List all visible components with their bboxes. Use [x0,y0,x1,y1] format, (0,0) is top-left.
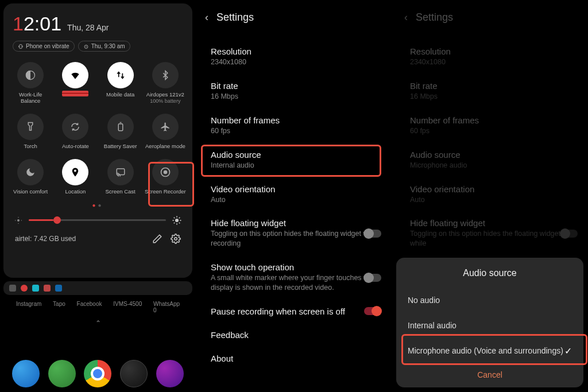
home-app-labels: InstagramTapoFacebookIVMS-4500WhatsApp0 [0,295,196,316]
qs-grid: Work-Life BalanceMobile dataAirdopes 121… [8,60,188,197]
qs-label: Screen Cast [105,189,135,195]
home-app-label[interactable]: Tapo [53,301,65,313]
clock: 12:01 [13,13,61,35]
setting-feedback[interactable]: Feedback [200,323,392,347]
setting-sub: Toggling on this option hides the floati… [211,229,381,249]
setting-hide-floating-widget: Hide floating widgetToggling on this opt… [400,211,588,255]
dialog-option-2[interactable]: Microphone audio (Voice and surroundings… [396,338,583,363]
dock [0,360,196,387]
setting-sub: Microphone audio [410,161,578,170]
dialog-option-0[interactable]: No audio [396,288,583,313]
cast-icon [107,159,134,185]
record-icon [152,159,179,185]
dock-camera[interactable] [156,360,184,387]
quick-settings-panel: 12:01 Thu, 28 Apr Phone on vibrate Thu, … [0,0,196,392]
qs-label: Location [65,189,86,195]
app-drawer-handle[interactable]: ⌃ [0,316,196,331]
redacted-label [62,91,88,96]
toggle[interactable] [364,230,381,238]
dock-clock[interactable] [120,360,148,387]
setting-title: Resolution [211,46,381,56]
setting-sub: 16 Mbps [410,92,578,102]
setting-title: Number of frames [211,115,381,125]
qs-label: Mobile data [106,92,134,98]
home-app-label[interactable]: WhatsApp0 [153,301,180,313]
toggle[interactable] [364,307,381,315]
home-app-label[interactable]: IVMS-4500 [113,301,142,313]
dock-messages[interactable] [48,360,76,387]
setting-hide-floating-widget[interactable]: Hide floating widgetToggling on this opt… [200,211,392,255]
setting-audio-source[interactable]: Audio sourceInternal audio [200,143,392,177]
svg-point-26 [175,237,177,240]
home-app-label[interactable]: Instagram [16,301,41,313]
dialog-title: Audio source [396,268,583,288]
qs-tile-half-moon[interactable]: Work-Life Balance [8,60,53,107]
gear-icon[interactable] [171,234,181,244]
qs-tile-plane[interactable]: Aeroplane mode [143,111,188,152]
back-icon[interactable]: ‹ [205,11,208,24]
dock-phone[interactable] [12,360,40,387]
home-app-label[interactable]: Facebook [77,301,102,313]
setting-bit-rate[interactable]: Bit rate16 Mbps [200,74,392,108]
qs-tile-data-arrows[interactable]: Mobile data [98,60,143,107]
setting-sub: A small white marker where your finger t… [211,273,381,293]
qs-tile-bluetooth[interactable]: Airdopes 121v2100% battery [143,60,188,107]
qs-label: Vision comfort [13,189,48,195]
qs-tile-record[interactable]: Screen Recorder [143,157,188,197]
toggle[interactable] [364,274,381,282]
brightness-slider[interactable] [29,219,166,221]
qs-tile-flashlight[interactable]: Torch [8,111,53,152]
notification-strip[interactable] [3,281,192,295]
svg-line-24 [174,222,175,223]
qs-tile-cast[interactable]: Screen Cast [98,157,143,197]
edit-icon[interactable] [152,234,163,244]
wifi-icon [62,62,88,88]
setting-sub: 16 Mbps [211,92,381,102]
setting-title: Hide floating widget [410,218,578,228]
dialog-cancel[interactable]: Cancel [396,363,583,382]
flashlight-icon [17,114,44,140]
brightness-low-icon [14,216,23,225]
setting-pause-recording-when-screen-is-off[interactable]: Pause recording when screen is off [200,300,392,323]
brightness-slider-row [8,212,188,229]
svg-line-5 [86,46,87,47]
setting-title: Bit rate [211,81,381,91]
dock-chrome[interactable] [84,360,111,387]
setting-title: Audio source [410,150,578,160]
setting-show-touch-operation[interactable]: Show touch operationA small white marker… [200,255,392,300]
setting-number-of-frames[interactable]: Number of frames60 fps [200,108,392,143]
bluetooth-icon [152,62,179,88]
date: Thu, 28 Apr [67,23,109,32]
back-icon: ‹ [404,11,408,24]
settings-panel: ‹ Settings Resolution2340x1080Bit rate16… [196,0,392,392]
qs-label: Work-Life Balance [9,92,52,104]
pin-icon [62,159,88,185]
setting-title: Feedback [211,330,381,340]
qs-tile-wifi[interactable] [53,60,98,107]
chip-vibrate[interactable]: Phone on vibrate [13,41,75,52]
setting-sub: 2340x1080 [410,57,578,67]
svg-rect-0 [20,44,22,48]
setting-bit-rate: Bit rate16 Mbps [400,74,588,108]
qs-label: Screen Recorder [145,189,186,195]
setting-video-orientation[interactable]: Video orientationAuto [200,177,392,212]
qs-tile-rotate[interactable]: Auto-rotate [53,111,98,152]
chip-alarm[interactable]: Thu, 9:30 am [78,41,130,52]
qs-tile-battery[interactable]: Battery Saver [98,111,143,152]
setting-sub: Internal audio [211,161,381,170]
moon-icon [17,159,44,185]
setting-title: Pause recording when screen is off [211,306,381,316]
page-title: Settings [216,11,254,24]
dialog-option-1[interactable]: Internal audio [396,313,583,338]
svg-point-12 [17,219,20,222]
setting-sub: Toggling on this option hides the floati… [410,229,578,249]
toggle [560,230,578,238]
setting-resolution[interactable]: Resolution2340x1080 [200,40,392,74]
svg-line-25 [179,217,180,218]
setting-sub: 60 fps [410,126,578,136]
svg-point-11 [164,170,168,174]
qs-tile-moon[interactable]: Vision comfort [8,157,53,197]
qs-tile-pin[interactable]: Location [53,157,98,197]
settings-panel-dialog: ‹ Settings Resolution2340x1080Bit rate16… [392,0,588,392]
setting-about[interactable]: About [200,347,392,370]
